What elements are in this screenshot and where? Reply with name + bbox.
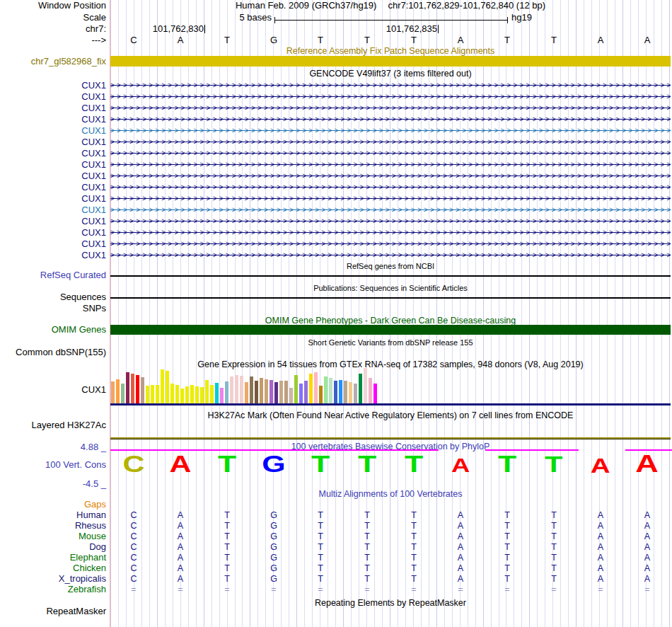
gencode-gene-label[interactable]: CUX1 xyxy=(0,251,106,260)
gtex-expression-bar[interactable] xyxy=(200,387,204,403)
gtex-expression-bar[interactable] xyxy=(359,374,362,403)
gencode-transcript-row[interactable]: >>>>>>>>>>>>>>>>>>>>>>>>>>>>>>>>>>>>>>>>… xyxy=(110,115,671,124)
gtex-expression-bar[interactable] xyxy=(260,378,263,403)
gencode-transcript-row[interactable]: >>>>>>>>>>>>>>>>>>>>>>>>>>>>>>>>>>>>>>>>… xyxy=(110,149,671,158)
h3k27ac-track-label[interactable]: Layered H3K27Ac xyxy=(0,420,106,430)
gtex-expression-bar[interactable] xyxy=(116,379,120,403)
multiz-species-label[interactable]: Human xyxy=(0,510,106,520)
gtex-expression-bar[interactable] xyxy=(329,378,332,403)
gencode-gene-label[interactable]: CUX1 xyxy=(0,239,106,249)
gencode-gene-label[interactable]: CUX1 xyxy=(0,81,106,91)
gencode-gene-label[interactable]: CUX1 xyxy=(0,160,106,170)
multiz-species-label[interactable]: Rhesus xyxy=(0,521,106,531)
gtex-expression-bar[interactable] xyxy=(111,381,115,403)
multiz-species-label[interactable]: Mouse xyxy=(0,531,106,541)
phylop-track-label[interactable]: 100 Vert. Cons xyxy=(0,460,106,470)
gtex-expression-bar[interactable] xyxy=(373,384,377,403)
gtex-expression-bar[interactable] xyxy=(220,388,224,403)
conservation-sequence-logo[interactable]: CATGTTTATTAA xyxy=(110,451,671,473)
gtex-expression-bar[interactable] xyxy=(205,380,209,403)
gtex-expression-bar[interactable] xyxy=(279,381,283,403)
gtex-expression-bar[interactable] xyxy=(324,376,328,403)
gtex-expression-bar[interactable] xyxy=(215,383,219,403)
multiz-species-label[interactable]: Zebrafish xyxy=(0,585,106,594)
gtex-expression-bar[interactable] xyxy=(131,374,134,403)
gencode-gene-label[interactable]: CUX1 xyxy=(0,171,106,181)
gencode-transcript-row[interactable]: >>>>>>>>>>>>>>>>>>>>>>>>>>>>>>>>>>>>>>>>… xyxy=(110,160,671,169)
gencode-transcript-row[interactable]: >>>>>>>>>>>>>>>>>>>>>>>>>>>>>>>>>>>>>>>>… xyxy=(110,92,671,101)
gencode-transcript-row[interactable]: >>>>>>>>>>>>>>>>>>>>>>>>>>>>>>>>>>>>>>>>… xyxy=(110,81,671,90)
gtex-expression-bar[interactable] xyxy=(294,375,298,403)
gtex-expression-bar[interactable] xyxy=(255,381,258,403)
gencode-transcript-row[interactable]: >>>>>>>>>>>>>>>>>>>>>>>>>>>>>>>>>>>>>>>>… xyxy=(110,126,671,135)
gencode-transcript-row[interactable]: >>>>>>>>>>>>>>>>>>>>>>>>>>>>>>>>>>>>>>>>… xyxy=(110,183,671,192)
gtex-expression-bar[interactable] xyxy=(151,385,154,403)
omim-track-label[interactable]: OMIM Genes xyxy=(0,325,106,335)
gencode-transcript-row[interactable]: >>>>>>>>>>>>>>>>>>>>>>>>>>>>>>>>>>>>>>>>… xyxy=(110,103,671,113)
gencode-gene-label[interactable]: CUX1 xyxy=(0,92,106,102)
gencode-transcript-row[interactable]: >>>>>>>>>>>>>>>>>>>>>>>>>>>>>>>>>>>>>>>>… xyxy=(110,239,671,248)
gencode-transcript-row[interactable]: >>>>>>>>>>>>>>>>>>>>>>>>>>>>>>>>>>>>>>>>… xyxy=(110,205,671,214)
gtex-gene-label[interactable]: CUX1 xyxy=(0,385,106,395)
gencode-gene-label[interactable]: CUX1 xyxy=(0,194,106,204)
gtex-expression-chart[interactable] xyxy=(111,368,383,403)
gtex-expression-bar[interactable] xyxy=(314,372,318,403)
snps-track-label[interactable]: SNPs xyxy=(0,304,106,314)
gtex-expression-bar[interactable] xyxy=(126,372,129,403)
gtex-expression-bar[interactable] xyxy=(190,385,194,403)
gtex-expression-bar[interactable] xyxy=(364,368,367,403)
refseq-track-label[interactable]: RefSeq Curated xyxy=(0,270,106,280)
gencode-transcript-row[interactable]: >>>>>>>>>>>>>>>>>>>>>>>>>>>>>>>>>>>>>>>>… xyxy=(110,251,671,260)
gencode-gene-label[interactable]: CUX1 xyxy=(0,183,106,192)
gencode-transcript-row[interactable]: >>>>>>>>>>>>>>>>>>>>>>>>>>>>>>>>>>>>>>>>… xyxy=(110,194,671,203)
gtex-expression-bar[interactable] xyxy=(344,381,347,403)
gtex-expression-bar[interactable] xyxy=(180,389,184,403)
gtex-expression-bar[interactable] xyxy=(319,386,323,403)
gencode-gene-label[interactable]: CUX1 xyxy=(0,137,106,147)
fix-patch-alignment-bar[interactable] xyxy=(110,56,671,67)
gtex-expression-bar[interactable] xyxy=(369,378,372,403)
gtex-expression-bar[interactable] xyxy=(141,377,144,403)
publications-sequence-line[interactable] xyxy=(110,297,671,299)
gtex-expression-bar[interactable] xyxy=(349,382,352,403)
gtex-expression-bar[interactable] xyxy=(245,382,248,403)
gtex-expression-bar[interactable] xyxy=(195,386,199,403)
gencode-gene-label[interactable]: CUX1 xyxy=(0,115,106,125)
gtex-expression-bar[interactable] xyxy=(185,386,189,403)
gtex-expression-bar[interactable] xyxy=(265,379,268,403)
gtex-expression-bar[interactable] xyxy=(225,381,228,403)
gtex-expression-bar[interactable] xyxy=(230,376,233,403)
gencode-gene-label[interactable]: CUX1 xyxy=(0,103,106,113)
strand-direction-label[interactable]: ---> xyxy=(0,35,106,45)
gtex-expression-bar[interactable] xyxy=(170,384,174,403)
gtex-expression-bar[interactable] xyxy=(175,385,179,403)
gtex-expression-bar[interactable] xyxy=(339,380,342,403)
gencode-transcript-row[interactable]: >>>>>>>>>>>>>>>>>>>>>>>>>>>>>>>>>>>>>>>>… xyxy=(110,137,671,146)
gtex-expression-bar[interactable] xyxy=(210,385,214,403)
multiz-species-label[interactable]: Elephant xyxy=(0,553,106,563)
gtex-expression-bar[interactable] xyxy=(250,376,253,403)
gtex-expression-bar[interactable] xyxy=(270,380,273,403)
gtex-expression-bar[interactable] xyxy=(121,384,124,403)
gtex-expression-bar[interactable] xyxy=(156,385,159,403)
gtex-expression-bar[interactable] xyxy=(289,388,293,403)
gencode-gene-label[interactable]: CUX1 xyxy=(0,228,106,238)
gencode-gene-label[interactable]: CUX1 xyxy=(0,126,106,136)
gtex-expression-bar[interactable] xyxy=(304,381,308,403)
gtex-expression-bar[interactable] xyxy=(274,382,278,403)
gencode-transcript-row[interactable]: >>>>>>>>>>>>>>>>>>>>>>>>>>>>>>>>>>>>>>>>… xyxy=(110,171,671,180)
gtex-expression-bar[interactable] xyxy=(166,371,169,403)
gencode-transcript-row[interactable]: >>>>>>>>>>>>>>>>>>>>>>>>>>>>>>>>>>>>>>>>… xyxy=(110,228,671,237)
omim-gene-bar[interactable] xyxy=(110,325,671,335)
refseq-gene-line[interactable] xyxy=(110,275,671,277)
multiz-gaps-label[interactable]: Gaps xyxy=(0,500,106,510)
gtex-expression-bar[interactable] xyxy=(136,375,139,403)
publications-track-label[interactable]: Sequences xyxy=(0,292,106,302)
multiz-species-label[interactable]: X_tropicalis xyxy=(0,574,106,584)
gtex-expression-bar[interactable] xyxy=(146,386,149,403)
repeatmasker-track-label[interactable]: RepeatMasker xyxy=(0,606,106,616)
gencode-transcript-row[interactable]: >>>>>>>>>>>>>>>>>>>>>>>>>>>>>>>>>>>>>>>>… xyxy=(110,217,671,226)
gtex-expression-bar[interactable] xyxy=(240,376,243,403)
gtex-expression-bar[interactable] xyxy=(235,375,238,403)
multiz-species-label[interactable]: Dog xyxy=(0,542,106,552)
